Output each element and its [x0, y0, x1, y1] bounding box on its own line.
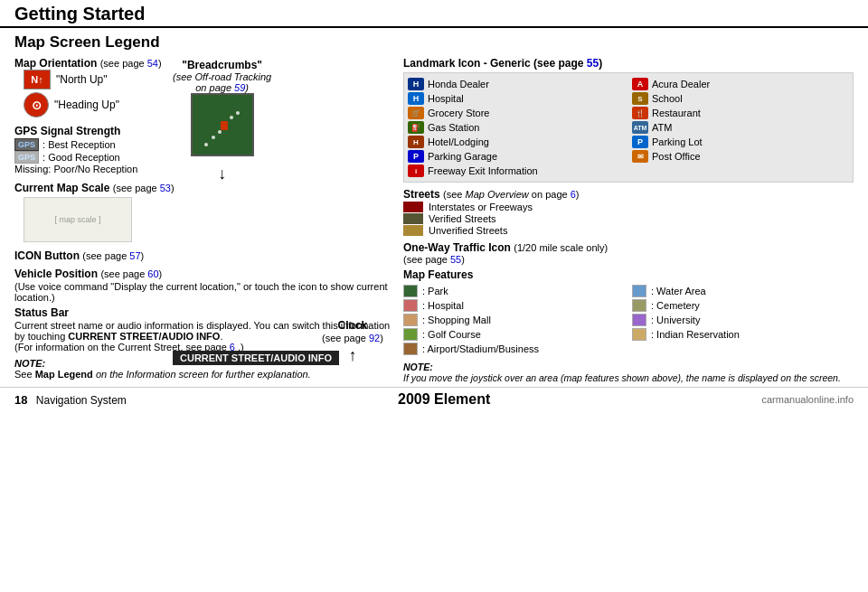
feature-university: : University — [632, 313, 854, 327]
breadcrumb-svg — [197, 99, 251, 154]
down-arrow: ↓ — [173, 164, 271, 183]
honda-icon: H — [408, 78, 424, 90]
map-scale-placeholder: [ map scale ] — [24, 197, 132, 242]
breadcrumbs-title: "Breadcrumbs" — [173, 59, 271, 71]
street-item-2: Unverified Streets — [403, 225, 854, 236]
hotel-icon: H — [408, 136, 424, 148]
honda-label: Honda Dealer — [428, 79, 489, 89]
oneway-subtitle: (see page 55) — [403, 254, 854, 265]
landmark-hospital: H Hospital — [408, 91, 625, 106]
map-features-section: Map Features : Park : Hospital — [403, 268, 854, 356]
map-scale-subtitle: (see page 53) — [113, 183, 175, 193]
school-label: School — [652, 93, 683, 104]
landmark-col-right: A Acura Dealer S School 🍴 Restaurant — [632, 77, 849, 178]
footer-page: 18 Navigation System — [14, 393, 127, 407]
grocery-icon: 🛒 — [408, 107, 424, 119]
gps-best-label: : Best Reception — [42, 139, 116, 150]
note-right-section: NOTE: If you move the joystick over an a… — [403, 362, 854, 383]
svg-point-4 — [230, 116, 233, 119]
cemetery-color — [632, 299, 646, 312]
landmark-grid: H Honda Dealer H Hospital 🛒 Grocery Stor… — [403, 72, 854, 183]
feature-water: : Water Area — [632, 284, 854, 298]
page-wrapper: Getting Started Map Screen Legend Map Or… — [0, 0, 868, 411]
parking-lot-label: Parking Lot — [652, 136, 703, 147]
feature-mall: : Shopping Mall — [403, 313, 625, 327]
landmark-postoffice: ✉ Post Office — [632, 149, 849, 164]
post-office-icon: ✉ — [632, 150, 648, 163]
gps-good-icon: GPS — [14, 151, 39, 164]
gas-icon: ⛽ — [408, 121, 424, 134]
landmark-gas: ⛽ Gas Station — [408, 120, 625, 135]
freeway-label: Freeway Exit Information — [428, 165, 538, 176]
svg-point-1 — [212, 136, 215, 139]
right-column: Landmark Icon - Generic (see page 55) H … — [394, 57, 854, 383]
main-content: Map Orientation (see page 54) N↑ "North … — [0, 53, 868, 383]
freeway-street-label: Interstates or Freeways — [429, 202, 533, 212]
hospital-label: Hospital — [428, 93, 464, 104]
reservation-color — [632, 328, 646, 341]
feature-airport: : Airport/Stadium/Business — [403, 342, 625, 356]
feature-indian-reservation: : Indian Reservation — [632, 327, 854, 342]
verified-street-label: Verified Streets — [429, 213, 496, 224]
hotel-label: Hotel/Lodging — [428, 136, 489, 147]
restaurant-icon: 🍴 — [632, 107, 648, 119]
university-color — [632, 314, 646, 326]
school-icon: S — [632, 92, 648, 105]
landmark-parking: P Parking Garage — [408, 149, 625, 164]
atm-icon: ATM — [632, 121, 648, 134]
oneway-section: One-Way Traffic Icon (1/20 mile scale on… — [403, 241, 854, 265]
icon-button-section: ICON Button (see page 57) — [14, 249, 394, 262]
park-color — [403, 285, 418, 297]
section-title: Map Screen Legend — [0, 28, 868, 53]
svg-point-5 — [236, 111, 240, 115]
post-office-label: Post Office — [652, 151, 701, 162]
landmark-acura: A Acura Dealer — [632, 77, 849, 91]
freeway-icon: i — [408, 164, 424, 177]
footer: 18 Navigation System 2009 Element carman… — [0, 387, 868, 411]
acura-icon: A — [632, 78, 648, 90]
clock-title: Clock — [322, 319, 383, 332]
landmark-school: S School — [632, 91, 849, 106]
hospital-map-color — [403, 299, 418, 312]
gps-good-label: : Good Reception — [42, 152, 120, 163]
icon-button-title: ICON Button — [14, 249, 80, 262]
landmark-col-left: H Honda Dealer H Hospital 🛒 Grocery Stor… — [408, 77, 625, 178]
current-street-bar: CURRENT STREET/AUDIO INFO — [173, 351, 339, 365]
landmark-atm: ATM ATM — [632, 120, 849, 135]
golf-color — [403, 328, 418, 341]
street-item-0: Interstates or Freeways — [403, 202, 854, 212]
feature-park: : Park — [403, 284, 625, 298]
heading-up-label: "Heading Up" — [54, 99, 119, 111]
landmark-freeway: i Freeway Exit Information — [408, 164, 625, 178]
note-italic: on the Information screen for further ex… — [96, 369, 311, 380]
park-label: : Park — [422, 286, 448, 296]
hospital-map-label: : Hospital — [422, 300, 464, 311]
gps-best-icon: GPS — [14, 138, 39, 151]
left-column: Map Orientation (see page 54) N↑ "North … — [14, 57, 394, 383]
landmark-title: Landmark Icon - Generic (see page 55) — [403, 57, 854, 70]
airport-label: : Airport/Stadium/Business — [422, 343, 539, 354]
current-street-bold: CURRENT STREET/AUDIO INFO — [68, 331, 220, 342]
map-scale-section: Current Map Scale (see page 53) [ map sc… — [14, 182, 394, 242]
landmark-grocery: 🛒 Grocery Store — [408, 106, 625, 120]
map-orientation-title: Map Orientation — [14, 57, 97, 70]
footer-right: carmanualonline.info — [761, 394, 854, 405]
map-features-title: Map Features — [403, 268, 854, 281]
note-right-label: NOTE: — [403, 362, 854, 372]
vehicle-pos-title: Vehicle Position — [14, 268, 98, 280]
svg-rect-6 — [221, 121, 228, 130]
parking-lot-icon: P — [632, 136, 648, 148]
north-up-label: "North Up" — [56, 73, 108, 86]
map-scale-title: Current Map Scale — [14, 182, 109, 194]
note-bold: Map Legend — [35, 369, 93, 380]
acura-label: Acura Dealer — [652, 79, 710, 89]
svg-point-0 — [204, 143, 208, 146]
oneway-title: One-Way Traffic Icon — [403, 241, 511, 254]
atm-label: ATM — [652, 122, 672, 133]
gps-none-label: Missing: Poor/No Reception — [14, 164, 137, 174]
landmark-restaurant: 🍴 Restaurant — [632, 106, 849, 120]
parking-label: Parking Garage — [428, 151, 497, 162]
landmark-parklot: P Parking Lot — [632, 135, 849, 149]
hospital-icon: H — [408, 92, 424, 105]
features-grid: : Park : Hospital : Shopping Mall : — [403, 284, 854, 356]
